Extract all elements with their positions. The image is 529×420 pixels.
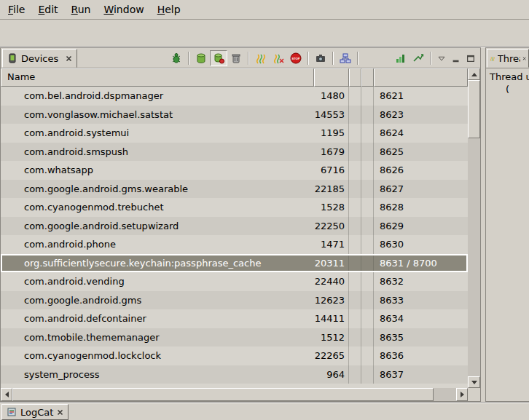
- table-row[interactable]: com.vonglasow.michael.satstat 14553 8623: [1, 106, 468, 124]
- process-name-cell[interactable]: com.whatsapp: [1, 161, 314, 180]
- maximize-icon[interactable]: [463, 50, 478, 66]
- process-name-cell[interactable]: com.vonglasow.michael.satstat: [1, 106, 314, 124]
- process-pid-cell[interactable]: 1480: [314, 87, 349, 106]
- process-port-cell[interactable]: 8626: [374, 161, 468, 180]
- process-name-cell[interactable]: com.google.android.setupwizard: [1, 217, 314, 236]
- close-icon[interactable]: [66, 55, 72, 62]
- horizontal-scrollbar[interactable]: [1, 388, 468, 401]
- process-pid-cell[interactable]: 1679: [314, 143, 349, 162]
- stop-process-icon[interactable]: STOP: [287, 50, 305, 66]
- tab-devices[interactable]: Devices: [2, 49, 77, 68]
- menu-window[interactable]: Window: [97, 0, 150, 19]
- process-name-cell[interactable]: com.android.phone: [1, 235, 314, 254]
- close-icon[interactable]: [57, 409, 63, 416]
- process-port-cell[interactable]: 8624: [374, 124, 468, 143]
- process-port-cell[interactable]: 8625: [374, 143, 468, 162]
- method-profiling-icon[interactable]: [392, 50, 410, 66]
- process-pid-cell[interactable]: 22185: [314, 180, 349, 199]
- process-port-cell[interactable]: 8635: [374, 328, 468, 347]
- debug-process-icon[interactable]: [168, 50, 185, 66]
- process-name-cell[interactable]: com.google.android.gms: [1, 291, 314, 310]
- process-name-cell[interactable]: com.android.vending: [1, 272, 314, 291]
- scroll-left-button[interactable]: [1, 388, 12, 401]
- process-name-cell[interactable]: com.tmobile.thememanager: [1, 328, 314, 347]
- table-row[interactable]: com.android.defcontainer 14411 8634: [1, 309, 468, 328]
- method-profiling-stop-icon[interactable]: [410, 50, 427, 66]
- process-pid-cell[interactable]: 1471: [314, 235, 349, 254]
- column-header-name[interactable]: Name: [1, 68, 314, 87]
- menu-file[interactable]: File: [1, 0, 31, 19]
- cause-gc-icon[interactable]: [227, 50, 245, 66]
- vertical-scrollbar[interactable]: [468, 68, 480, 388]
- process-pid-cell[interactable]: 14411: [314, 309, 349, 328]
- process-pid-cell[interactable]: 22440: [314, 272, 349, 291]
- process-pid-cell[interactable]: 22250: [314, 217, 349, 236]
- minimize-icon[interactable]: [449, 50, 463, 66]
- update-threads-stop-icon[interactable]: [270, 50, 287, 66]
- process-name-cell[interactable]: com.android.systemui: [1, 124, 314, 143]
- close-icon[interactable]: [522, 55, 526, 62]
- scroll-right-button[interactable]: [456, 388, 468, 401]
- tab-threads[interactable]: Threads: [487, 49, 529, 68]
- process-name-cell[interactable]: com.android.defcontainer: [1, 309, 314, 328]
- table-row[interactable]: system_process 964 8637: [1, 365, 468, 384]
- table-row[interactable]: com.google.android.gms 12623 8633: [1, 291, 468, 310]
- table-row[interactable]: com.tmobile.thememanager 1512 8635: [1, 328, 468, 347]
- process-port-cell[interactable]: 8632: [374, 272, 468, 291]
- process-pid-cell[interactable]: 14553: [314, 106, 349, 124]
- process-port-cell[interactable]: 8628: [374, 198, 468, 217]
- process-pid-cell[interactable]: 1528: [314, 198, 349, 217]
- scroll-down-button[interactable]: [468, 376, 480, 388]
- update-threads-icon[interactable]: [252, 50, 270, 66]
- scroll-up-button[interactable]: [468, 68, 480, 80]
- horizontal-scrollbar-thumb[interactable]: [12, 388, 434, 401]
- tab-logcat[interactable]: LogCat: [1, 404, 68, 420]
- vertical-scrollbar-thumb[interactable]: [468, 80, 480, 138]
- screen-capture-icon[interactable]: [312, 50, 329, 66]
- view-menu-icon[interactable]: [434, 50, 449, 66]
- process-port-cell[interactable]: 8627: [374, 180, 468, 199]
- table-row[interactable]: com.cyanogenmod.lockclock 22265 8636: [1, 346, 468, 365]
- column-header-blank-2[interactable]: [361, 68, 374, 87]
- column-header-blank-1[interactable]: [349, 68, 361, 87]
- process-name-cell[interactable]: com.google.android.gms.wearable: [1, 180, 314, 199]
- process-port-cell[interactable]: 8634: [374, 309, 468, 328]
- table-row[interactable]: com.google.android.setupwizard 22250 862…: [1, 217, 468, 236]
- column-header-pid[interactable]: [314, 68, 349, 87]
- process-pid-cell[interactable]: 20311: [314, 254, 349, 273]
- process-pid-cell[interactable]: 964: [314, 365, 349, 384]
- process-name-cell[interactable]: system_process: [1, 365, 314, 384]
- process-pid-cell[interactable]: 1195: [314, 124, 349, 143]
- process-name-cell[interactable]: com.cyanogenmod.lockclock: [1, 346, 314, 365]
- table-row[interactable]: com.android.phone 1471 8630: [1, 235, 468, 254]
- process-port-cell[interactable]: 8630: [374, 235, 468, 254]
- process-name-cell[interactable]: com.bel.android.dspmanager: [1, 87, 314, 106]
- table-row[interactable]: com.google.android.gms.wearable 22185 86…: [1, 180, 468, 199]
- table-row[interactable]: com.bel.android.dspmanager 1480 8621: [1, 87, 468, 106]
- process-name-cell[interactable]: com.android.smspush: [1, 143, 314, 162]
- menu-run[interactable]: Run: [65, 0, 98, 19]
- table-row[interactable]: com.whatsapp 6716 8626: [1, 161, 468, 180]
- process-pid-cell[interactable]: 1512: [314, 328, 349, 347]
- view-hierarchy-icon[interactable]: [337, 50, 354, 66]
- table-row[interactable]: com.android.vending 22440 8632: [1, 272, 468, 291]
- table-row[interactable]: org.sufficientlysecure.keychain:passphra…: [1, 254, 468, 273]
- menu-help[interactable]: Help: [151, 0, 187, 19]
- dump-hprof-icon[interactable]: [210, 50, 227, 66]
- process-pid-cell[interactable]: 6716: [314, 161, 349, 180]
- table-row[interactable]: com.android.smspush 1679 8625: [1, 143, 468, 162]
- process-pid-cell[interactable]: 22265: [314, 346, 349, 365]
- table-row[interactable]: com.android.systemui 1195 8624: [1, 124, 468, 143]
- process-port-cell[interactable]: 8633: [374, 291, 468, 310]
- menu-edit[interactable]: Edit: [31, 0, 64, 19]
- process-name-cell[interactable]: org.sufficientlysecure.keychain:passphra…: [1, 254, 314, 273]
- process-port-cell[interactable]: 8631 / 8700: [374, 254, 468, 273]
- process-name-cell[interactable]: com.cyanogenmod.trebuchet: [1, 198, 314, 217]
- process-port-cell[interactable]: 8629: [374, 217, 468, 236]
- process-port-cell[interactable]: 8637: [374, 365, 468, 384]
- table-row[interactable]: com.cyanogenmod.trebuchet 1528 8628: [1, 198, 468, 217]
- process-port-cell[interactable]: 8621: [374, 87, 468, 106]
- process-port-cell[interactable]: 8623: [374, 106, 468, 124]
- update-heap-icon[interactable]: [192, 50, 210, 66]
- process-pid-cell[interactable]: 12623: [314, 291, 349, 310]
